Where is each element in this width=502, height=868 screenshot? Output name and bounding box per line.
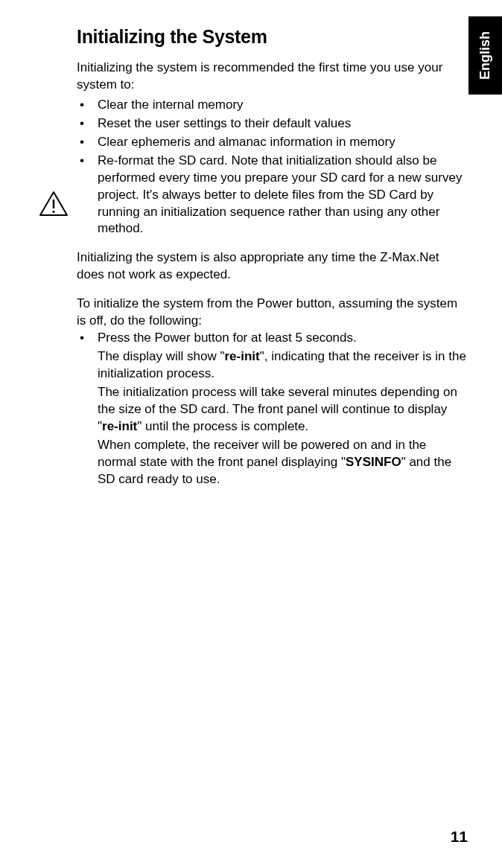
- list-item: Clear ephemeris and almanac information …: [77, 134, 466, 151]
- list-item: Press the Power button for at least 5 se…: [77, 330, 466, 347]
- paragraph: Initializing the system is also appropri…: [77, 249, 466, 284]
- steps-list: Press the Power button for at least 5 se…: [77, 330, 466, 347]
- bullet-list: Clear the internal memory Reset the user…: [77, 97, 466, 238]
- list-item: Reset the user settings to their default…: [77, 115, 466, 133]
- list-item: Clear the internal memory: [77, 97, 466, 114]
- language-label: English: [477, 31, 493, 80]
- main-content: Initializing the System Initializing the…: [0, 0, 502, 488]
- bold-term: SYSINFO: [346, 455, 401, 469]
- bold-term: re-init: [224, 349, 259, 363]
- sub-paragraph: The display will show "re-init", indicat…: [77, 348, 466, 383]
- page-number: 11: [451, 828, 468, 846]
- bold-term: re-init: [102, 419, 137, 433]
- intro-paragraph: Initializing the system is recommended t…: [77, 60, 466, 94]
- language-tab: English: [468, 16, 502, 95]
- paragraph: To initialize the system from the Power …: [77, 296, 466, 330]
- page-heading: Initializing the System: [77, 26, 466, 48]
- list-item: Re-format the SD card. Note that initial…: [77, 153, 466, 238]
- svg-point-1: [52, 211, 54, 213]
- sub-paragraph: The initialization process will take sev…: [77, 384, 466, 435]
- warning-icon: [39, 191, 69, 217]
- sub-paragraph: When complete, the receiver will be powe…: [77, 437, 466, 488]
